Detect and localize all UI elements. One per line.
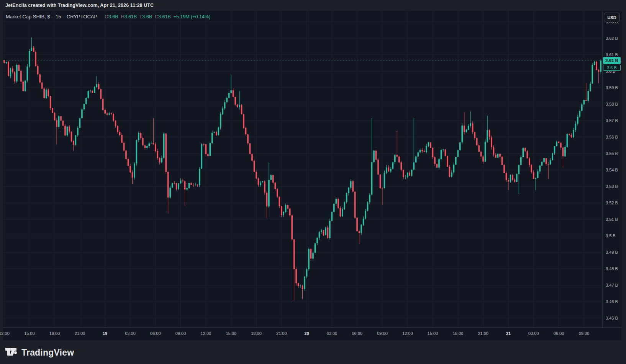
- price-tick-label: 3.51 B: [606, 217, 618, 222]
- footer-branding[interactable]: TradingView: [5, 344, 74, 361]
- close-value: 3.61B: [158, 14, 171, 20]
- price-tick-label: 3.49 B: [606, 250, 618, 255]
- low-value: 3.6B: [142, 14, 152, 20]
- price-tick-label: 3.5 B: [606, 233, 616, 238]
- time-tick-label: 06:00: [554, 331, 564, 336]
- price-axis[interactable]: USD 3.63 B3.62 B3.61 B3.6 B3.59 B3.58 B3…: [602, 11, 622, 327]
- time-tick-label: 12:00: [0, 331, 10, 336]
- change-value: +5.19M (+0.14%): [174, 14, 211, 20]
- price-tick-label: 3.59 B: [606, 85, 618, 90]
- price-tick-label: 3.45 B: [606, 316, 618, 320]
- legend-exchange[interactable]: CRYPTOCAP: [67, 14, 97, 20]
- chart-legend: Market Cap SHIB, $·15·CRYPTOCAPO3.6BH3.6…: [6, 14, 210, 20]
- snapshot-attribution-text: JetEncila created with TradingView.com, …: [5, 3, 154, 8]
- time-tick-label-day: 19: [103, 331, 107, 336]
- candlestick-chart[interactable]: [3, 11, 602, 327]
- time-tick-label: 21:00: [75, 331, 85, 336]
- price-tick-label: 3.52 B: [606, 201, 618, 205]
- secondary-price-badge: 3.6 B: [603, 65, 621, 71]
- price-tick-label: 3.46 B: [606, 299, 618, 304]
- time-tick-label: 09:00: [579, 331, 590, 336]
- time-tick-label: 18:00: [251, 331, 262, 336]
- time-tick-label: 21:00: [478, 331, 488, 336]
- time-tick-label: 03:00: [528, 331, 539, 336]
- time-tick-label-day: 20: [304, 331, 309, 336]
- price-tick-label: 3.53 B: [606, 184, 618, 189]
- high-label: H: [121, 14, 125, 20]
- price-tick-label: 3.62 B: [606, 36, 618, 41]
- time-tick-label: 12:00: [201, 331, 211, 336]
- tradingview-logo-icon: [5, 348, 18, 358]
- time-tick-label: 18:00: [453, 331, 464, 336]
- price-tick-label: 3.54 B: [606, 168, 618, 172]
- tradingview-snapshot: JetEncila created with TradingView.com, …: [0, 0, 626, 364]
- time-tick-label: 09:00: [377, 331, 388, 336]
- time-tick-label: 15:00: [226, 331, 236, 336]
- close-label: C: [155, 14, 158, 20]
- open-label: O: [105, 14, 108, 20]
- time-tick-label: 15:00: [24, 331, 35, 336]
- time-tick-label: 21:00: [276, 331, 287, 336]
- time-axis[interactable]: 12:0015:0018:0021:001903:0006:0009:0012:…: [3, 327, 621, 340]
- snapshot-title-bar: JetEncila created with TradingView.com, …: [0, 0, 626, 11]
- chart-pane: Market Cap SHIB, $·15·CRYPTOCAPO3.6BH3.6…: [3, 11, 621, 340]
- time-tick-label: 09:00: [175, 331, 186, 336]
- legend-separator: ·: [52, 14, 54, 20]
- time-tick-label: 15:00: [428, 331, 438, 336]
- price-tick-label: 3.55 B: [606, 151, 618, 156]
- time-tick-label: 03:00: [327, 331, 338, 336]
- time-tick-label: 03:00: [125, 331, 136, 336]
- time-tick-label: 18:00: [49, 331, 60, 336]
- time-tick-label: 12:00: [402, 331, 413, 336]
- price-tick-label: 3.56 B: [606, 135, 618, 139]
- high-value: 3.61B: [125, 14, 137, 20]
- time-tick-label: 06:00: [352, 331, 362, 336]
- price-tick-label: 3.47 B: [606, 283, 618, 287]
- currency-toggle-button[interactable]: USD: [604, 13, 620, 22]
- last-price-badge: 3.61 B: [603, 57, 621, 64]
- time-tick-label-day: 21: [506, 331, 511, 336]
- price-tick-label: 3.57 B: [606, 118, 618, 123]
- legend-symbol[interactable]: Market Cap SHIB, $: [6, 14, 50, 20]
- legend-interval[interactable]: 15: [56, 14, 61, 20]
- time-tick-label: 06:00: [150, 331, 161, 336]
- price-tick-label: 3.61 B: [606, 52, 618, 57]
- open-value: 3.6B: [108, 14, 118, 20]
- legend-separator: ·: [63, 14, 64, 20]
- tradingview-wordmark: TradingView: [21, 348, 74, 358]
- candlestick-plot-area[interactable]: [3, 11, 602, 327]
- price-tick-label: 3.58 B: [606, 102, 618, 106]
- price-tick-label: 3.48 B: [606, 266, 618, 271]
